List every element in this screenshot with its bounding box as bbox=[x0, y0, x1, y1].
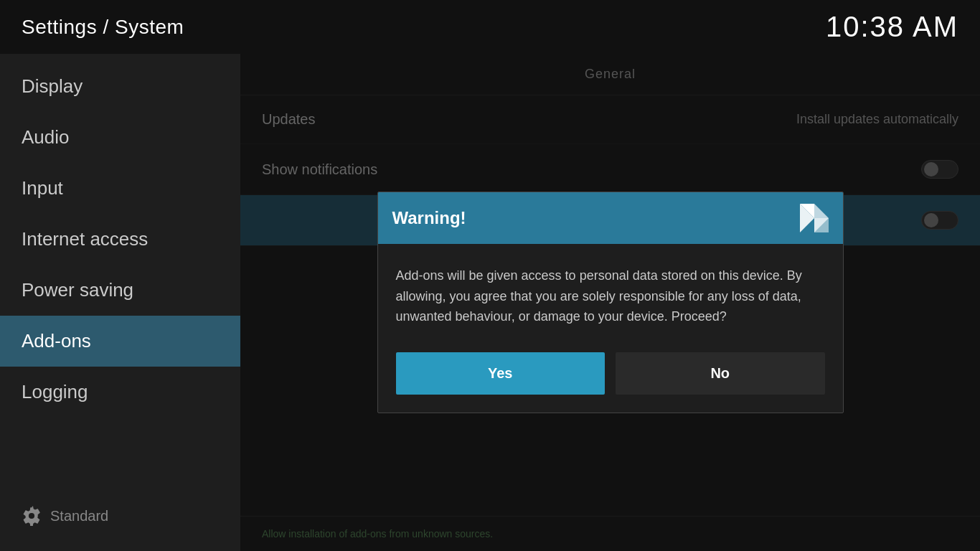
sidebar-item-add-ons[interactable]: Add-ons bbox=[0, 316, 240, 367]
no-button[interactable]: No bbox=[616, 352, 825, 395]
sidebar-item-input[interactable]: Input bbox=[0, 163, 240, 214]
dialog-buttons: Yes No bbox=[378, 345, 843, 413]
main-layout: Display Audio Input Internet access Powe… bbox=[0, 54, 980, 551]
kodi-logo-icon bbox=[800, 204, 829, 232]
warning-dialog: Warning! Add-ons will be given access to… bbox=[377, 192, 844, 413]
sidebar-item-internet-access[interactable]: Internet access bbox=[0, 214, 240, 265]
yes-button[interactable]: Yes bbox=[396, 352, 606, 395]
sidebar-item-power-saving[interactable]: Power saving bbox=[0, 265, 240, 316]
svg-marker-3 bbox=[814, 218, 829, 232]
sidebar-item-logging[interactable]: Logging bbox=[0, 367, 240, 418]
dialog-overlay: Warning! Add-ons will be given access to… bbox=[240, 54, 980, 551]
sidebar-item-display[interactable]: Display bbox=[0, 61, 240, 112]
dialog-header: Warning! bbox=[378, 192, 843, 244]
profile-label: Standard bbox=[50, 508, 108, 524]
content-area: General Updates Install updates automati… bbox=[240, 54, 980, 551]
sidebar-item-audio[interactable]: Audio bbox=[0, 112, 240, 163]
gear-icon bbox=[22, 506, 42, 526]
dialog-title: Warning! bbox=[392, 208, 466, 228]
sidebar-footer: Standard bbox=[0, 495, 240, 537]
sidebar: Display Audio Input Internet access Powe… bbox=[0, 54, 240, 551]
current-time: 10:38 AM bbox=[826, 11, 958, 43]
dialog-body: Add-ons will be given access to personal… bbox=[378, 244, 843, 345]
page-title: Settings / System bbox=[22, 16, 184, 39]
app-header: Settings / System 10:38 AM bbox=[0, 0, 980, 54]
